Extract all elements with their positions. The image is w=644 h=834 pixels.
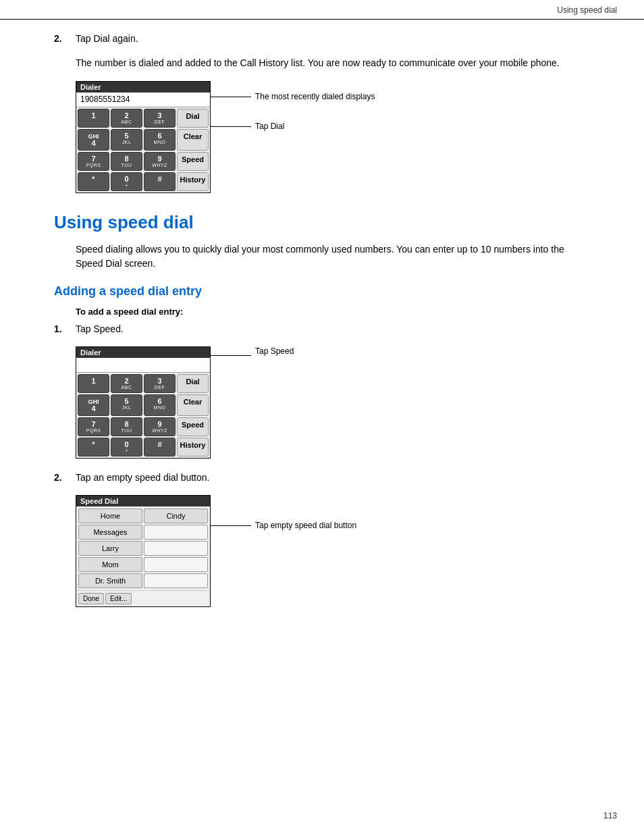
main-content: 2. Tap Dial again. The number is dialed … [0, 20, 644, 648]
speeddial-footer: Done Edit... [76, 590, 210, 606]
callout-number-line: The most recently dialed displays [211, 92, 375, 101]
d2-key-3[interactable]: 3DEF [144, 374, 176, 393]
d2-key-0[interactable]: 0+ [111, 438, 142, 457]
subsection-heading: Adding a speed dial entry [54, 284, 590, 298]
dialer1-box: Dialer 19085551234 1 2ABC 3DEF Dial GHI4… [76, 81, 211, 193]
speeddial-cindy[interactable]: Cindy [144, 509, 208, 523]
key-5[interactable]: 5JKL [111, 129, 142, 151]
dialer1-number: 19085551234 [76, 93, 210, 107]
callout-speeddial-group: Tap empty speed dial button [211, 521, 356, 530]
speeddial-entries-grid: Home Cindy Messages Larry Mom Dr. Smith [76, 506, 210, 590]
speeddial-done-button[interactable]: Done [78, 593, 104, 604]
step-1-number: 1. [54, 323, 68, 334]
clear-button-1[interactable]: Clear [177, 129, 209, 151]
callout-speed-text: Tap Speed [255, 346, 294, 356]
key-1[interactable]: 1 [78, 109, 109, 128]
speeddial-home[interactable]: Home [78, 509, 142, 523]
step-2-text: Tap Dial again. [76, 33, 138, 44]
speeddial-edit-button[interactable]: Edit... [105, 593, 132, 604]
header-title: Using speed dial [557, 5, 617, 15]
step-2-item: 2. Tap Dial again. [54, 33, 590, 44]
step-1-item: 1. Tap Speed. [54, 323, 590, 334]
speeddial-container: Speed Dial Home Cindy Messages Larry Mom… [76, 495, 590, 607]
dialer2-box: Dialer 1 2ABC 3DEF Dial GHI4 5JKL 6MNO C… [76, 346, 211, 459]
speeddial-empty-1[interactable] [144, 525, 208, 540]
dialer2-grid: 1 2ABC 3DEF Dial GHI4 5JKL 6MNO Clear 7P… [76, 373, 210, 458]
history-button-1[interactable]: History [177, 172, 209, 191]
d2-key-1[interactable]: 1 [78, 374, 109, 393]
d2-key-8[interactable]: 8TUU [111, 417, 142, 436]
speed-button-1[interactable]: Speed [177, 152, 209, 171]
key-hash[interactable]: # [144, 172, 176, 191]
d2-history-button[interactable]: History [177, 438, 209, 457]
dialer1-grid: 1 2ABC 3DEF Dial GHI4 5JKL 6MNO Clear 7P… [76, 107, 210, 192]
callout-text-2: Tap Dial [255, 122, 284, 131]
section-desc: Speed dialing allows you to quickly dial… [76, 242, 590, 271]
procedure-label: To add a speed dial entry: [76, 307, 590, 317]
page-number: 113 [603, 811, 617, 820]
callout-text-1: The most recently dialed displays [255, 92, 375, 101]
dialer2-title: Dialer [76, 347, 210, 358]
d2-clear-button[interactable]: Clear [177, 394, 209, 416]
speeddial-empty-3[interactable] [144, 557, 208, 572]
key-9[interactable]: 9WHYZ [144, 152, 176, 171]
step-2b-item: 2. Tap an empty speed dial button. [54, 472, 590, 483]
callout-speeddial-line [211, 525, 251, 526]
step-2b-number: 2. [54, 472, 68, 483]
step-2b-text: Tap an empty speed dial button. [76, 472, 209, 483]
speeddial-empty-4[interactable] [144, 573, 208, 588]
speeddial-drsmith[interactable]: Dr. Smith [78, 573, 142, 588]
dialer1-container: Dialer 19085551234 1 2ABC 3DEF Dial GHI4… [76, 81, 590, 193]
step-2-desc: The number is dialed and added to the Ca… [76, 56, 590, 70]
speeddial-empty-2[interactable] [144, 541, 208, 556]
d2-key-9[interactable]: 9WHYZ [144, 417, 176, 436]
d2-key-6[interactable]: 6MNO [144, 394, 176, 416]
step-2-number: 2. [54, 33, 68, 44]
key-6[interactable]: 6MNO [144, 129, 176, 151]
key-3[interactable]: 3DEF [144, 109, 176, 128]
step-1-text: Tap Speed. [76, 323, 124, 334]
callout-speed-line [211, 355, 251, 356]
d2-dial-button[interactable]: Dial [177, 374, 209, 393]
key-0[interactable]: 0+ [111, 172, 142, 191]
key-star[interactable]: * [78, 172, 109, 191]
d2-key-5[interactable]: 5JKL [111, 394, 142, 416]
speeddial-mom[interactable]: Mom [78, 557, 142, 572]
d2-key-7[interactable]: 7PQRS [78, 417, 109, 436]
d2-key-star[interactable]: * [78, 438, 109, 457]
d2-key-hash[interactable]: # [144, 438, 176, 457]
d2-speed-button[interactable]: Speed [177, 417, 209, 436]
section-heading: Using speed dial [54, 212, 590, 233]
callout-dial-line: Tap Dial [211, 122, 375, 131]
page-header: Using speed dial [0, 0, 644, 20]
speeddial-larry[interactable]: Larry [78, 541, 142, 556]
d2-key-4[interactable]: GHI4 [78, 394, 109, 416]
speeddial-messages[interactable]: Messages [78, 525, 142, 540]
dialer1-title: Dialer [76, 82, 210, 93]
callout-line-2 [211, 126, 251, 127]
dial-button-1[interactable]: Dial [177, 109, 209, 128]
key-7[interactable]: 7PQRS [78, 152, 109, 171]
speeddial-title: Speed Dial [76, 496, 210, 506]
key-8[interactable]: 8TUU [111, 152, 142, 171]
key-2[interactable]: 2ABC [111, 109, 142, 128]
callout1-group: The most recently dialed displays Tap Di… [211, 81, 375, 131]
page-footer: 113 [603, 811, 617, 820]
callout-line-1 [211, 97, 251, 97]
dialer2-number [76, 358, 210, 373]
key-4[interactable]: GHI4 [78, 129, 109, 151]
callout-speeddial-text: Tap empty speed dial button [255, 521, 356, 530]
dialer2-container: Dialer 1 2ABC 3DEF Dial GHI4 5JKL 6MNO C… [76, 346, 590, 459]
callout2-speed-group: Tap Speed [211, 346, 294, 365]
d2-key-2[interactable]: 2ABC [111, 374, 142, 393]
speeddial-box: Speed Dial Home Cindy Messages Larry Mom… [76, 495, 211, 607]
